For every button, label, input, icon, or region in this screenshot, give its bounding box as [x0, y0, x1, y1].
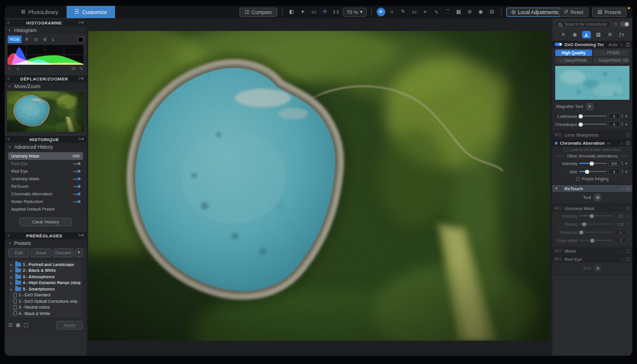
um-radius-slider[interactable]: [579, 223, 613, 225]
stepper[interactable]: ▴▾: [628, 214, 629, 218]
category-detail[interactable]: [582, 31, 591, 38]
um-threshold-slider[interactable]: [579, 232, 613, 233]
discard-button[interactable]: Discard: [53, 249, 74, 257]
auto-wand-icon[interactable]: [625, 162, 629, 166]
search-box[interactable]: [555, 20, 611, 28]
presets-dropdown[interactable]: [75, 249, 83, 257]
preset-item[interactable]: 4 - Black & White: [9, 310, 82, 317]
channel-r[interactable]: R: [23, 36, 30, 43]
category-light[interactable]: [559, 31, 568, 38]
grid-overlay-button[interactable]: [454, 8, 463, 16]
auto-wand-icon[interactable]: [625, 170, 629, 174]
moire-toggle[interactable]: [555, 249, 562, 253]
category-geometry[interactable]: [594, 31, 603, 38]
history-item[interactable]: ReTouch: [8, 183, 83, 190]
chrominance-value[interactable]: 0: [608, 121, 620, 127]
chrominance-slider[interactable]: [579, 124, 607, 125]
stepper[interactable]: ▴▾: [622, 114, 623, 118]
presets-button[interactable]: Presets: [592, 8, 626, 17]
lens-sharpness-toggle[interactable]: [555, 133, 562, 136]
preset-item[interactable]: 2 - DxO Optical Corrections only: [9, 298, 82, 304]
presets-subheader[interactable]: Presets: [5, 239, 86, 247]
channel-l[interactable]: L: [50, 36, 57, 43]
um-intensity-value[interactable]: 100: [615, 213, 626, 219]
magnifier-tool-button[interactable]: [586, 103, 594, 110]
clip-indicator-button[interactable]: [465, 8, 474, 16]
chevron-down-icon[interactable]: [82, 76, 84, 81]
denoising-toggle[interactable]: [555, 43, 562, 46]
history-item[interactable]: Applied Default Preset: [8, 205, 83, 213]
stepper[interactable]: ▴▾: [622, 161, 623, 166]
auto-label[interactable]: Auto: [608, 42, 617, 47]
tone-curve-icon[interactable]: [79, 66, 83, 71]
histogram-subheader[interactable]: Histogram: [5, 26, 86, 34]
zoom-1to1-button[interactable]: 1:1: [332, 8, 340, 16]
split-view-button[interactable]: [287, 8, 296, 16]
star-icon[interactable]: [620, 187, 624, 191]
history-item[interactable]: Red Eye: [8, 160, 83, 167]
preset-item[interactable]: 3 - Neutral colors: [9, 304, 82, 311]
ca-intensity-slider[interactable]: [579, 163, 607, 164]
category-fx[interactable]: [617, 31, 626, 38]
active-corrections-toggle[interactable]: [620, 22, 629, 27]
chevron-down-icon[interactable]: [82, 137, 84, 142]
retouch-header[interactable]: ReTouch 1: [552, 185, 632, 192]
patch-tool-button[interactable]: [410, 8, 419, 16]
lens-sharpness-header[interactable]: Lens Sharpness 1: [552, 131, 632, 138]
edit-button[interactable]: Edit: [8, 249, 29, 257]
unsharp-mask-header[interactable]: Unsharp Mask 1: [552, 205, 632, 212]
highlight-clipping-icon[interactable]: [16, 66, 20, 71]
tab-customize[interactable]: Customize: [67, 6, 116, 18]
fit-zoom-button[interactable]: [321, 8, 329, 16]
show-corrections-button[interactable]: [476, 8, 485, 16]
channel-g[interactable]: G: [32, 36, 40, 43]
auto-wand-icon[interactable]: [625, 114, 629, 118]
star-icon[interactable]: [620, 43, 624, 47]
preset-item[interactable]: 1 - DxO Standard: [9, 292, 82, 299]
active-dot[interactable]: [555, 142, 558, 145]
stepper[interactable]: ▴▾: [622, 122, 623, 127]
history-item[interactable]: Unsharp Mask: [8, 175, 83, 183]
star-icon[interactable]: [620, 249, 624, 253]
ca-intensity-value[interactable]: 100: [608, 160, 620, 166]
um-intensity-slider[interactable]: [579, 215, 613, 216]
star-icon[interactable]: [620, 257, 624, 261]
mode-high-quality[interactable]: High Quality: [555, 50, 592, 56]
main-photo[interactable]: [88, 31, 550, 341]
navigator-thumbnail[interactable]: [7, 91, 84, 132]
exposure-indicator-button[interactable]: [488, 8, 496, 16]
preset-folder[interactable]: ▸ 4 - High Dynamic Range (single-shot HD…: [9, 280, 82, 286]
movezoom-subheader[interactable]: Move/Zoom: [5, 82, 86, 90]
apply-button[interactable]: Apply: [56, 321, 83, 330]
save-button[interactable]: Save: [30, 249, 51, 257]
luminance-slider[interactable]: [579, 116, 607, 117]
red-eye-toggle[interactable]: [555, 257, 562, 261]
um-radius-value[interactable]: 0,50: [615, 221, 626, 227]
auto-wand-icon[interactable]: [625, 123, 629, 127]
frame-view-button[interactable]: [309, 8, 318, 16]
um-threshold-value[interactable]: 4: [615, 229, 626, 235]
split-view-dropdown[interactable]: [298, 8, 307, 16]
channel-rgb[interactable]: RGB: [8, 36, 22, 43]
luminance-value[interactable]: 0: [608, 113, 620, 119]
stepper[interactable]: ▴▾: [628, 230, 629, 235]
chromatic-aberration-header[interactable]: Chromatic Aberration 1: [552, 139, 632, 146]
duplicate-icon[interactable]: [23, 323, 29, 328]
channel-b[interactable]: B: [41, 36, 49, 43]
monitor-icon[interactable]: [72, 66, 76, 71]
shadow-clipping-icon[interactable]: [8, 66, 12, 71]
new-folder-icon[interactable]: [16, 323, 21, 328]
history-item[interactable]: Red Eye: [8, 167, 83, 175]
zoom-level-select[interactable]: 70 %: [343, 8, 367, 17]
arc-tool-button[interactable]: [443, 8, 452, 16]
history-item[interactable]: Noise Reduction: [8, 198, 83, 205]
star-icon[interactable]: [620, 141, 624, 145]
clear-history-button[interactable]: Clear History: [19, 218, 72, 226]
preset-folder[interactable]: ▸ 2 - Black & White: [9, 268, 82, 274]
red-eye-tool-button[interactable]: [594, 264, 601, 272]
pan-tool-button[interactable]: [377, 8, 385, 16]
retouch-toggle[interactable]: [555, 187, 562, 190]
mode-prime[interactable]: PRIME: [593, 50, 630, 56]
purple-fringing-checkbox[interactable]: [576, 177, 580, 181]
ca-size-slider[interactable]: [579, 171, 607, 172]
